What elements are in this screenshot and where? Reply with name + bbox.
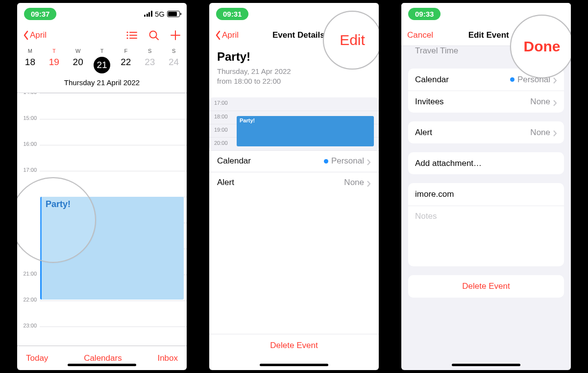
alert-value: None <box>530 128 550 138</box>
edit-event-form[interactable]: Travel Time Calendar Personal Invitees N… <box>401 46 571 370</box>
group-url-notes: imore.com Notes <box>408 183 564 266</box>
svg-rect-3 <box>129 35 137 36</box>
delete-event-button[interactable]: Delete Event <box>209 334 379 356</box>
week-header: M T W T F S S <box>17 46 187 54</box>
mini-event[interactable]: Party! <box>237 116 374 146</box>
mini-timeline[interactable]: 17:00 18:00 19:00 20:00 Party! <box>209 97 379 150</box>
day-timeline[interactable]: 14:00 15:00 16:00 17:00 21:00 22:00 23:0… <box>17 93 187 346</box>
mini-hour: 18:00 <box>214 114 228 119</box>
alert-label: Alert <box>415 128 432 138</box>
group-attachment: Add attachment… <box>408 152 564 174</box>
url-field[interactable]: imore.com <box>408 183 564 206</box>
today-button[interactable]: Today <box>26 353 48 363</box>
calendar-label: Calendar <box>415 75 449 85</box>
alert-label: Alert <box>217 178 234 187</box>
day-24[interactable]: 24 <box>162 54 186 75</box>
calendar-label: Calendar <box>217 156 251 166</box>
week-dates: 18 19 20 21 22 23 24 <box>17 54 187 75</box>
chevron-left-icon <box>23 30 29 40</box>
back-label: April <box>222 30 239 40</box>
calendar-value: Personal <box>517 75 550 85</box>
home-indicator[interactable] <box>68 364 136 366</box>
nav-bar: Cancel Edit Event Done <box>401 24 571 46</box>
day-18[interactable]: 18 <box>18 54 42 75</box>
event-party[interactable]: Party! <box>40 197 184 300</box>
status-bar: 09:37 5G <box>17 3 187 24</box>
group-calendar-invitees: Calendar Personal Invitees None <box>408 69 564 113</box>
list-view-icon[interactable] <box>126 31 138 40</box>
search-icon[interactable] <box>148 30 159 41</box>
dow: W <box>66 46 90 54</box>
calendar-value: Personal <box>331 156 364 166</box>
dow: S <box>162 46 186 54</box>
alert-value: None <box>344 178 364 187</box>
battery-icon <box>167 11 180 17</box>
calendar-dot-icon <box>510 77 514 82</box>
cancel-button[interactable]: Cancel <box>407 30 433 40</box>
day-21-selected[interactable]: 21 <box>90 54 114 75</box>
nav-bar: April <box>17 24 187 46</box>
chevron-right-icon <box>367 158 371 164</box>
hour-label: 15:00 <box>17 115 37 121</box>
mini-hour: 19:00 <box>214 127 228 133</box>
chevron-left-icon <box>215 30 221 40</box>
dow: F <box>114 46 138 54</box>
travel-time-row-peek: Travel Time <box>408 46 564 60</box>
group-alert: Alert None <box>408 121 564 143</box>
calendar-row[interactable]: Calendar Personal <box>209 150 379 172</box>
svg-point-0 <box>126 31 128 33</box>
day-19[interactable]: 19 <box>42 54 66 75</box>
chevron-right-icon <box>553 76 557 83</box>
selected-date-title: Thursday 21 April 2022 <box>17 75 187 93</box>
calendars-button[interactable]: Calendars <box>84 353 122 363</box>
calendar-row[interactable]: Calendar Personal <box>408 69 564 91</box>
svg-point-4 <box>126 37 128 39</box>
calendar-dot-icon <box>324 159 328 163</box>
status-right: 5G <box>144 10 180 18</box>
add-attachment-row[interactable]: Add attachment… <box>408 152 564 174</box>
alert-row[interactable]: Alert None <box>408 121 564 143</box>
hour-label: 21:00 <box>17 271 37 277</box>
home-indicator[interactable] <box>260 364 328 366</box>
svg-rect-1 <box>129 32 137 33</box>
back-label: April <box>30 30 47 40</box>
invitees-label: Invitees <box>415 97 444 107</box>
day-23[interactable]: 23 <box>138 54 162 75</box>
dow: M <box>18 46 42 54</box>
nav-title: Edit Event <box>433 30 544 40</box>
hour-label: 17:00 <box>17 167 37 173</box>
nav-title: Event Details <box>239 30 359 40</box>
day-20[interactable]: 20 <box>66 54 90 75</box>
back-button[interactable]: April <box>215 30 239 40</box>
dow: T <box>42 46 66 54</box>
status-time-pill: 09:33 <box>408 8 441 20</box>
dow: S <box>138 46 162 54</box>
add-event-icon[interactable] <box>170 30 181 41</box>
alert-row[interactable]: Alert None <box>209 172 379 193</box>
notes-field[interactable]: Notes <box>408 206 564 266</box>
inbox-button[interactable]: Inbox <box>157 353 178 363</box>
status-time-pill: 09:37 <box>24 8 56 20</box>
chevron-right-icon <box>367 180 371 186</box>
hour-label: 22:00 <box>17 297 37 303</box>
event-details-body: Party! Thursday, 21 Apr 2022 from 18:00 … <box>209 46 379 197</box>
invitees-value: None <box>530 97 550 107</box>
status-time-pill: 09:31 <box>216 8 248 20</box>
delete-event-button[interactable]: Delete Event <box>408 275 564 298</box>
hour-label: 23:00 <box>17 323 37 328</box>
edit-event-screen: 09:33 Cancel Edit Event Done Travel Time… <box>401 3 571 370</box>
day-22[interactable]: 22 <box>114 54 138 75</box>
status-bar: 09:33 <box>401 3 571 24</box>
network-label: 5G <box>155 10 165 18</box>
mini-hour: 20:00 <box>214 140 228 146</box>
svg-rect-5 <box>129 38 137 39</box>
back-button[interactable]: April <box>23 30 47 40</box>
add-attachment-label: Add attachment… <box>415 159 482 168</box>
event-date: Thursday, 21 Apr 2022 <box>217 64 371 76</box>
home-indicator[interactable] <box>452 364 520 366</box>
cellular-signal-icon <box>144 11 152 17</box>
chevron-right-icon <box>553 99 557 105</box>
chevron-right-icon <box>553 129 557 136</box>
hour-label: 14:00 <box>17 93 37 95</box>
invitees-row[interactable]: Invitees None <box>408 91 564 113</box>
